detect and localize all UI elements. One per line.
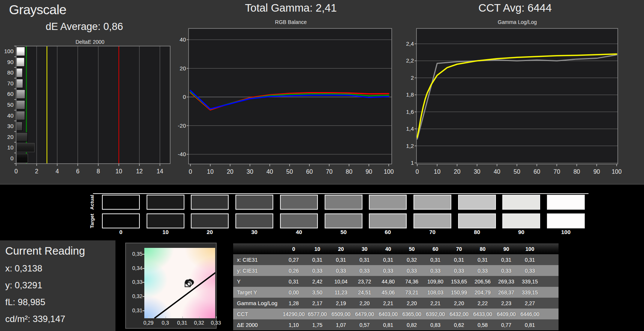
table-cell: 73,21 — [400, 289, 424, 295]
swatch-level-label: 10 — [147, 229, 184, 235]
svg-text:30: 30 — [7, 123, 13, 129]
table-cell: 6432,00 — [447, 311, 471, 317]
charts-section: Grayscale dE Average: 0,86 Total Gamma: … — [0, 0, 644, 185]
table-header-cell: 70 — [447, 246, 471, 252]
cie-x-tick — [216, 316, 217, 318]
swatch-target-40 — [280, 213, 318, 228]
svg-text:0: 0 — [416, 168, 419, 175]
reading-x: x: 0,3138 — [5, 263, 115, 274]
swatch-target-30 — [235, 213, 273, 228]
deltae-bar-80 — [16, 69, 22, 78]
table-cell: 2,42 — [306, 279, 329, 285]
svg-text:1,8: 1,8 — [406, 91, 414, 98]
table-cell: 14290,00 — [282, 311, 306, 317]
svg-text:0: 0 — [10, 155, 13, 161]
swatch-actual-20 — [191, 195, 229, 210]
svg-text:1,2: 1,2 — [406, 143, 414, 149]
svg-text:60: 60 — [7, 91, 13, 97]
svg-text:20: 20 — [7, 134, 13, 140]
table-cell: 0,26 — [282, 268, 306, 274]
table-row: Gamma Log/Log1,282,172,192,202,212,202,2… — [233, 298, 559, 309]
table-cell: 0,32 — [400, 257, 424, 263]
table-cell: 2,23 — [494, 300, 518, 306]
table-cell: 0,33 — [376, 268, 400, 274]
swatch-level-label: 50 — [325, 229, 362, 235]
svg-text:0: 0 — [189, 168, 192, 175]
swatch-target-10 — [147, 213, 184, 228]
page-title: Grayscale — [9, 2, 66, 17]
cie-y-tick — [142, 310, 144, 311]
svg-text:2,2: 2,2 — [406, 57, 414, 64]
svg-text:2: 2 — [35, 168, 38, 174]
svg-text:40: 40 — [180, 36, 186, 43]
table-cell: 23,72 — [353, 279, 376, 285]
svg-text:80: 80 — [7, 69, 13, 76]
table-header-cell: 10 — [306, 246, 329, 252]
swatch-actual-80 — [458, 195, 496, 210]
table-cell: 0,33 — [306, 268, 329, 274]
svg-text:2,4: 2,4 — [406, 40, 414, 47]
table-cell: 6479,00 — [353, 311, 376, 317]
swatch-actual-100 — [547, 195, 585, 210]
table-header-cell: 60 — [424, 246, 447, 252]
table-cell: 6392,00 — [424, 311, 447, 317]
table-cell: 0,82 — [400, 322, 424, 328]
swatch-actual-10 — [147, 195, 184, 210]
table-row-label: Gamma Log/Log — [233, 300, 282, 306]
table-cell: 206,56 — [471, 279, 494, 285]
deltae-bar-10 — [16, 143, 34, 152]
table-row: Y0,312,4210,0423,7244,8074,36109,80153,6… — [233, 276, 559, 287]
table-row: y: CIE310,260,330,330,330,330,330,330,33… — [233, 265, 559, 276]
table-cell: 6433,00 — [471, 311, 494, 317]
table-cell: 6577,00 — [306, 311, 329, 317]
table-row-label: y: CIE31 — [233, 268, 282, 274]
table-cell: 0,33 — [494, 268, 518, 274]
table-header-cell: 50 — [400, 246, 424, 252]
svg-text:-40: -40 — [178, 151, 186, 157]
deltae-bar-30 — [16, 122, 22, 131]
svg-text:90: 90 — [7, 59, 13, 65]
svg-text:80: 80 — [346, 168, 352, 175]
table-header-cell: 20 — [329, 246, 353, 252]
table-cell: 6409,00 — [494, 311, 518, 317]
cie-x-tick-label: 0,31 — [174, 320, 190, 326]
cie-y-tick-label: 0,32 — [126, 293, 142, 299]
rgb-balance-line-chart: 40200-20-400102030405060708090100 — [173, 15, 398, 180]
table-cell: 0,81 — [376, 322, 400, 328]
swatch-actual-30 — [235, 195, 273, 210]
table-cell: 2,20 — [447, 300, 471, 306]
cie-x-tick-label: 0,33 — [208, 320, 224, 326]
table-cell: 0,31 — [494, 257, 518, 263]
swatch-level-label: 20 — [191, 229, 229, 235]
table-row-label: Y — [233, 279, 282, 285]
table-cell: 0,31 — [518, 257, 542, 263]
cie-y-tick-label: 0,31 — [126, 307, 142, 313]
cie-x-tick — [199, 316, 200, 318]
target-row-label: Target — [89, 213, 95, 229]
swatch-actual-70 — [413, 195, 451, 210]
swatch-strip-divider — [93, 193, 589, 194]
table-header-row: 0102030405060708090100 — [233, 243, 559, 254]
svg-text:10: 10 — [7, 144, 13, 151]
swatch-target-0 — [102, 213, 140, 228]
table-cell: 269,33 — [494, 279, 518, 285]
table-cell: 0,62 — [447, 322, 471, 328]
svg-text:100: 100 — [612, 168, 622, 175]
svg-text:60: 60 — [306, 168, 313, 175]
table-cell: 11,23 — [329, 289, 353, 295]
cie-y-tick — [142, 254, 144, 255]
svg-text:50: 50 — [514, 168, 520, 175]
svg-text:70: 70 — [7, 80, 13, 86]
actual-row-label: Actual — [89, 194, 95, 210]
table-cell: 2,22 — [471, 300, 494, 306]
table-cell: 2,20 — [400, 300, 424, 306]
deltae-bar-90 — [16, 58, 24, 67]
de-average-stat: dE Average: 0,86 — [9, 21, 159, 33]
table-cell: 1,75 — [306, 322, 329, 328]
swatch-target-90 — [502, 213, 540, 228]
cie-y-tick-label: 0,35 — [126, 251, 142, 257]
swatch-actual-60 — [369, 195, 407, 210]
swatch-level-label: 100 — [547, 229, 585, 235]
cie-y-tick-label: 0,34 — [126, 265, 142, 271]
deltae-bar-0 — [16, 154, 28, 163]
